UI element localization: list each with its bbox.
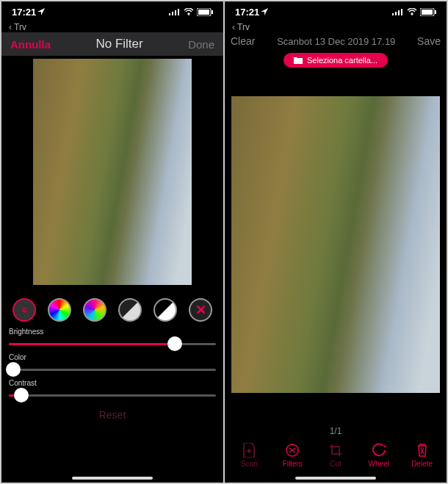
- svg-rect-0: [169, 13, 170, 15]
- header-title: No Filter: [95, 37, 142, 51]
- contrast-slider[interactable]: [9, 387, 216, 403]
- svg-rect-5: [198, 10, 209, 15]
- battery-icon: [420, 8, 436, 16]
- location-icon: [37, 8, 45, 15]
- filters-button[interactable]: Filters: [273, 442, 311, 468]
- svg-rect-7: [392, 13, 394, 15]
- signal-icon: [392, 8, 404, 15]
- wheel-button[interactable]: Wheel: [360, 442, 398, 468]
- trash-icon: [414, 442, 430, 458]
- filters-icon: [284, 442, 300, 458]
- color-slider[interactable]: [9, 361, 216, 378]
- scanned-image: [33, 59, 192, 285]
- filter-bw-icon[interactable]: [153, 298, 177, 322]
- save-button[interactable]: Save: [417, 35, 441, 47]
- wheel-label: Wheel: [369, 460, 389, 468]
- svg-rect-9: [398, 10, 400, 15]
- back-nav[interactable]: ‹ Trv: [1, 22, 223, 32]
- cut-label: Cut: [330, 460, 342, 468]
- svg-rect-1: [172, 12, 173, 15]
- reset-button[interactable]: Reset: [1, 405, 223, 422]
- delete-button[interactable]: Delete: [403, 442, 441, 468]
- brightness-label: Brightness: [9, 328, 216, 336]
- back-nav[interactable]: ‹ Trv: [225, 22, 447, 32]
- svg-rect-12: [422, 10, 433, 15]
- home-indicator[interactable]: [72, 477, 153, 480]
- svg-rect-2: [175, 10, 176, 15]
- clear-button[interactable]: Clear: [231, 35, 255, 47]
- add-page-icon: [241, 442, 257, 458]
- filter-clear-icon[interactable]: ✕: [189, 298, 212, 322]
- color-label: Color: [9, 353, 216, 361]
- svg-rect-10: [401, 9, 402, 15]
- select-folder-button[interactable]: Seleziona cartella...: [283, 53, 388, 68]
- status-time: 17:21: [12, 7, 36, 18]
- status-bar: 17:21: [225, 1, 447, 22]
- cut-button[interactable]: Cut: [317, 442, 355, 468]
- edit-header: Annulla No Filter Done: [1, 32, 223, 56]
- filters-label: Filters: [283, 460, 303, 468]
- contrast-label: Contrast: [9, 379, 216, 387]
- select-folder-label: Seleziona cartella...: [307, 56, 377, 65]
- svg-rect-8: [395, 12, 397, 15]
- wifi-icon: [184, 8, 194, 15]
- scan-button[interactable]: Scan: [230, 442, 268, 468]
- scan-label: Scan: [241, 460, 258, 468]
- scan-header: Clear Scanbot 13 Dec 2019 17.19 Save: [225, 32, 447, 50]
- svg-rect-13: [435, 10, 436, 14]
- battery-icon: [197, 8, 213, 16]
- page-indicator: 1/1: [225, 420, 447, 439]
- filter-row: ≡ ✕: [1, 291, 223, 326]
- rotate-icon: [371, 442, 387, 458]
- filter-grayscale-icon[interactable]: [118, 298, 142, 322]
- done-button[interactable]: Done: [188, 38, 214, 51]
- scanned-image[interactable]: [231, 96, 440, 393]
- brightness-slider[interactable]: [9, 336, 216, 352]
- status-time: 17:21: [235, 7, 259, 18]
- crop-icon: [328, 442, 344, 458]
- status-bar: 17:21: [1, 1, 223, 22]
- cancel-button[interactable]: Annulla: [10, 38, 51, 51]
- image-preview-area: [1, 56, 223, 291]
- svg-rect-3: [178, 9, 179, 15]
- signal-icon: [169, 8, 181, 15]
- delete-label: Delete: [411, 460, 433, 468]
- folder-icon: [294, 57, 303, 64]
- filter-color2-icon[interactable]: [83, 298, 106, 322]
- wifi-icon: [407, 8, 417, 15]
- image-preview-area: [225, 72, 447, 420]
- document-filename[interactable]: Scanbot 13 Dec 2019 17.19: [255, 36, 417, 47]
- home-indicator[interactable]: [295, 477, 376, 480]
- filter-none-icon[interactable]: ≡: [12, 298, 36, 322]
- location-icon: [261, 8, 268, 15]
- filter-color-icon[interactable]: [48, 298, 71, 322]
- svg-rect-6: [212, 10, 213, 14]
